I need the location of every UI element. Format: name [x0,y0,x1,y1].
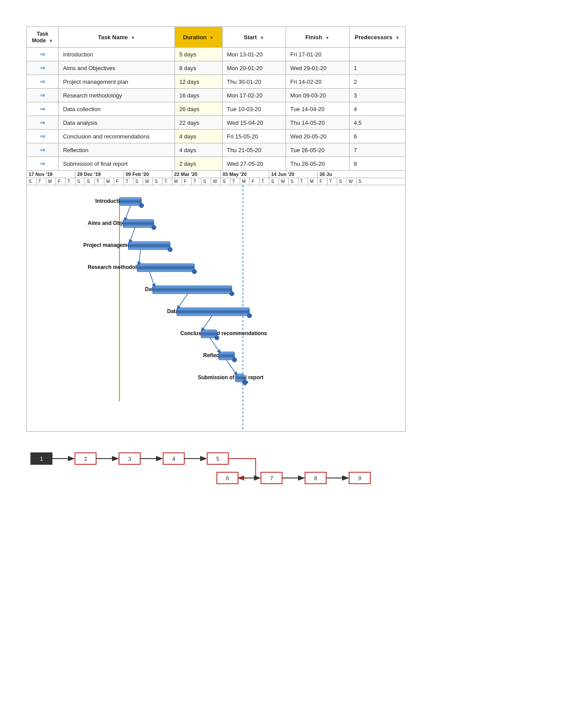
svg-point-7 [152,225,156,230]
cell-finish-6: Thu 14-05-20 [286,116,349,130]
svg-point-10 [168,247,172,252]
cell-duration-4: 16 days [175,89,222,102]
week-label-4: 22 Mar '20 [172,171,221,178]
svg-text:9: 9 [358,475,361,482]
task-mode-icon: ⇒ [40,146,45,154]
cell-duration-3: 12 days [175,75,222,89]
finish-sort-icon[interactable]: ▼ [325,35,330,40]
cell-start-5: Tue 10-03-20 [222,102,286,116]
day-m4: M [240,178,250,185]
cell-start-7: Fri 15-05-20 [222,130,286,143]
day-s9: S [289,178,298,185]
day-f4: F [250,178,260,185]
duration-sort-icon[interactable]: ▼ [209,35,214,40]
cell-start-6: Wed 15-04-20 [222,116,286,130]
task-mode-icon: ⇒ [40,132,45,140]
day-w3: W [279,178,289,185]
day-s3: S [85,178,95,185]
cell-name-3: Project management plan [58,75,175,89]
svg-rect-18 [177,308,249,316]
gantt-bars-body: Introduction Aims and Objectives Project… [26,185,406,432]
cell-finish-5: Tue 14-04-20 [286,102,349,116]
svg-text:5: 5 [216,455,219,462]
svg-text:1: 1 [40,455,43,462]
svg-text:6: 6 [226,475,229,482]
cell-duration-2: 8 days [175,61,222,75]
table-row: ⇒Project management plan12 daysThu 30-01… [27,75,406,89]
cell-start-1: Mon 13-01-20 [222,48,286,61]
col-header-duration[interactable]: Duration ▼ [175,27,222,48]
cell-finish-3: Fri 14-02-20 [286,75,349,89]
timeline-row-weeks: 17 Nov '19 29 Dec '19 09 Feb '20 22 Mar … [27,171,405,178]
svg-text:7: 7 [270,475,273,482]
day-s6: S [201,178,211,185]
col-header-mode[interactable]: Task Mode ▼ [27,27,59,48]
svg-text:8: 8 [314,475,317,482]
svg-line-31 [139,250,141,264]
day-t4: T [124,178,134,185]
svg-line-34 [202,316,212,330]
day-m2: M [104,178,114,185]
task-mode-icon: ⇒ [40,64,45,72]
day-w2: W [211,178,221,185]
cell-pred-7: 6 [349,130,405,143]
svg-rect-21 [201,330,217,338]
col-header-predecessors[interactable]: Predecessors ▼ [349,27,405,48]
cell-name-2: Aims and Objectives [58,61,175,75]
task-mode-icon: ⇒ [40,78,45,86]
svg-text:4: 4 [172,455,175,462]
day-s10: S [337,178,347,185]
svg-rect-6 [123,220,154,228]
mode-sort-icon[interactable]: ▼ [49,38,53,43]
svg-rect-12 [137,264,194,272]
cell-name-6: Data analysis [58,116,175,130]
cell-start-3: Thu 30-01-20 [222,75,286,89]
day-f2: F [114,178,124,185]
cell-duration-6: 22 days [175,116,222,130]
day-f3: F [182,178,192,185]
pred-sort-icon[interactable]: ▼ [395,35,400,40]
svg-point-4 [139,203,144,208]
col-header-finish[interactable]: Finish ▼ [286,27,349,48]
task-mode-icon: ⇒ [40,160,45,168]
cell-start-4: Mon 17-02-20 [222,89,286,102]
cell-pred-1 [349,48,405,61]
svg-text:Conclusion and recommendations: Conclusion and recommendations [180,330,267,336]
table-row: ⇒Introduction5 daysMon 13-01-20Fri 17-01… [27,48,406,61]
task-mode-icon: ⇒ [40,105,45,113]
cell-mode-8: ⇒ [27,143,59,157]
day-t5: T [163,178,172,185]
week-label-1: 17 Nov '19 [27,171,75,178]
cell-mode-4: ⇒ [27,89,59,102]
name-sort-icon[interactable]: ▼ [131,35,135,40]
start-sort-icon[interactable]: ▼ [260,35,264,40]
table-row: ⇒Aims and Objectives8 daysMon 20-01-20We… [27,61,406,75]
col-header-name[interactable]: Task Name ▼ [58,27,175,48]
gantt-chart-section: 17 Nov '19 29 Dec '19 09 Feb '20 22 Mar … [26,171,406,432]
table-row: ⇒Reflection4 daysThu 21-05-20Tue 26-05-2… [27,143,406,157]
col-header-start[interactable]: Start ▼ [222,27,286,48]
day-w1: W [143,178,153,185]
table-row: ⇒Data analysis22 daysWed 15-04-20Thu 14-… [27,116,406,130]
day-s4: S [134,178,143,185]
table-row: ⇒Conclusion and recommendations4 daysFri… [27,130,406,143]
week-label-3: 09 Feb '20 [124,171,172,178]
day-f1: F [56,178,66,185]
svg-rect-15 [153,286,232,294]
cell-finish-7: Wed 20-05-20 [286,130,349,143]
day-s11: S [357,178,366,185]
svg-rect-27 [235,374,244,382]
day-t8: T [260,178,269,185]
cell-mode-6: ⇒ [27,116,59,130]
day-s5: S [153,178,163,185]
svg-text:Submission of final report: Submission of final report [198,374,264,381]
cell-mode-2: ⇒ [27,61,59,75]
day-s1: S [27,178,37,185]
day-t9: T [298,178,308,185]
day-t7: T [231,178,240,185]
day-m3: M [172,178,182,185]
cell-duration-8: 4 days [175,143,222,157]
cell-pred-2: 1 [349,61,405,75]
day-m1: M [46,178,56,185]
svg-point-13 [192,269,197,274]
